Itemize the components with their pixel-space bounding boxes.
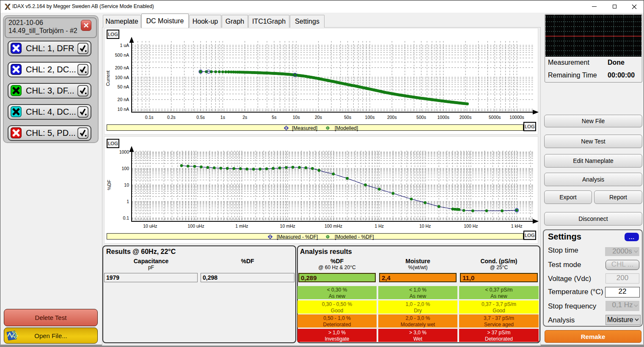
- svg-text:100 uHz: 100 uHz: [188, 223, 204, 229]
- svg-text:10 uHz: 10 uHz: [143, 223, 157, 229]
- svg-text:1: 1: [127, 199, 129, 204]
- svg-text:100 mHz: 100 mHz: [325, 223, 342, 229]
- svg-text:10s: 10s: [293, 115, 300, 120]
- svg-text:%DF: %DF: [107, 180, 112, 190]
- svg-text:1 kHz: 1 kHz: [511, 223, 523, 229]
- svg-text:10: 10: [124, 182, 129, 187]
- svg-text:20 nA: 20 nA: [118, 97, 129, 102]
- svg-text:10 mHz: 10 mHz: [280, 223, 295, 229]
- svg-text:50 nA: 50 nA: [118, 84, 129, 89]
- svg-text:20s: 20s: [315, 115, 322, 120]
- svg-text:50s: 50s: [344, 115, 351, 120]
- svg-text:100 Hz: 100 Hz: [464, 223, 478, 229]
- svg-text:10000s: 10000s: [509, 115, 524, 120]
- svg-text:200s: 200s: [387, 115, 397, 120]
- svg-text:500 nA: 500 nA: [115, 52, 129, 58]
- svg-text:500s: 500s: [416, 115, 426, 120]
- svg-text:0.2s: 0.2s: [167, 115, 176, 120]
- svg-text:Current: Current: [105, 71, 110, 86]
- svg-text:1000: 1000: [119, 149, 129, 154]
- svg-text:1 Hz: 1 Hz: [375, 223, 384, 229]
- svg-text:200 nA: 200 nA: [115, 65, 129, 70]
- svg-text:5000s: 5000s: [489, 115, 501, 120]
- svg-text:100s: 100s: [365, 115, 375, 120]
- svg-text:0.5s: 0.5s: [196, 115, 205, 120]
- svg-text:10 nA: 10 nA: [118, 107, 129, 112]
- svg-text:100: 100: [121, 166, 129, 171]
- svg-text:5s: 5s: [272, 115, 276, 120]
- svg-text:2s: 2s: [242, 115, 247, 120]
- svg-text:2000s: 2000s: [460, 115, 472, 120]
- svg-text:0.1: 0.1: [123, 215, 129, 220]
- svg-text:0.1s: 0.1s: [145, 115, 154, 120]
- svg-text:1s: 1s: [220, 115, 225, 120]
- svg-text:1 mHz: 1 mHz: [235, 223, 248, 229]
- svg-text:1000s: 1000s: [437, 115, 449, 120]
- svg-text:10 Hz: 10 Hz: [419, 223, 431, 229]
- svg-text:100 nA: 100 nA: [115, 75, 129, 80]
- svg-text:1 uA: 1 uA: [120, 43, 129, 48]
